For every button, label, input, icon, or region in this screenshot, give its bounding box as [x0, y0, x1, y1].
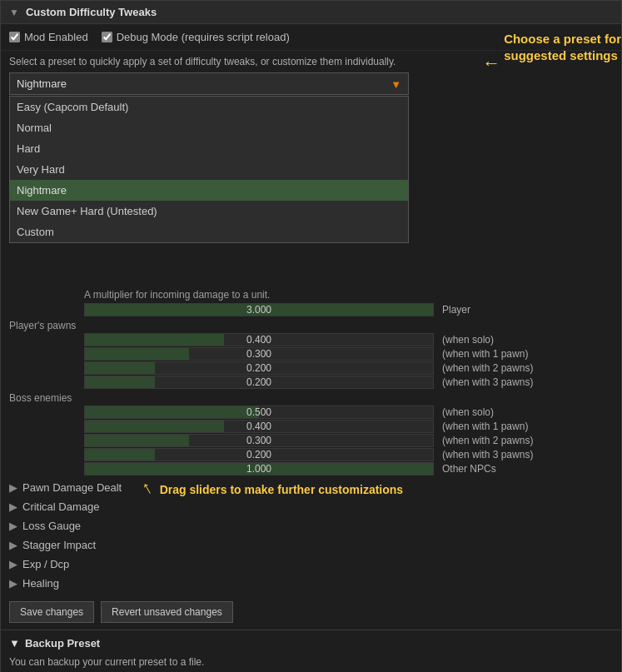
boss-solo-row: 0.500 (when solo): [9, 406, 613, 419]
subsection-loss-label: Loss Gauge: [22, 520, 81, 532]
preset-current-value: Nightmare: [17, 77, 67, 90]
other-npcs-value: 1.000: [246, 463, 271, 475]
preset-option-easy[interactable]: Easy (Capcom Default): [10, 97, 408, 117]
preset-option-custom[interactable]: Custom: [10, 222, 408, 242]
subsection-stagger-label: Stagger Impact: [22, 539, 96, 551]
boss-two-pawns-row: 0.300 (when with 2 pawns): [9, 434, 613, 447]
subsection-critical-damage[interactable]: ▶ Critical Damage: [9, 497, 613, 516]
subsection-stagger[interactable]: ▶ Stagger Impact: [9, 535, 613, 555]
preset-option-very-hard[interactable]: Very Hard: [10, 159, 408, 180]
debug-mode-checkbox[interactable]: Debug Mode (requires script reload): [102, 31, 290, 43]
subsection-stagger-arrow: ▶: [9, 539, 17, 551]
preset-description: Select a preset to quickly apply a set o…: [9, 56, 613, 67]
boss-solo-value: 0.500: [246, 406, 271, 418]
one-pawn-fill: [85, 348, 189, 360]
subsection-healing[interactable]: ▶ Healing: [9, 574, 613, 593]
subsections-area: ▶ Pawn Damage Dealt ▶ Critical Damage ▶ …: [1, 476, 621, 595]
two-pawns-label: (when with 2 pawns): [442, 362, 575, 374]
debug-mode-label: Debug Mode (requires script reload): [117, 31, 290, 43]
preset-row: Nightmare ▼ Easy (Capcom Default) Normal…: [9, 72, 613, 95]
subsection-pawn-damage-arrow: ▶: [9, 481, 17, 494]
subsection-pawn-damage[interactable]: ▶ Pawn Damage Dealt: [9, 478, 613, 497]
boss-three-pawns-label: (when with 3 pawns): [442, 449, 575, 460]
boss-one-pawn-slider[interactable]: 0.400: [84, 420, 434, 433]
boss-section-label: Boss enemies: [9, 390, 613, 405]
subsection-loss-arrow: ▶: [9, 520, 17, 532]
preset-option-ng-hard[interactable]: New Game+ Hard (Untested): [10, 201, 408, 222]
one-pawn-slider[interactable]: 0.300: [84, 347, 434, 361]
action-buttons: Save changes Revert unsaved changes: [1, 595, 621, 630]
panel-title: Custom Difficulty Tweaks: [26, 6, 157, 18]
subsection-loss-gauge[interactable]: ▶ Loss Gauge: [9, 516, 613, 535]
solo-value: 0.400: [246, 334, 271, 346]
subsection-exp-dcp[interactable]: ▶ Exp / Dcp: [9, 555, 613, 574]
boss-three-pawns-slider[interactable]: 0.200: [84, 448, 434, 461]
preset-dropdown-arrow: ▼: [391, 77, 401, 90]
one-pawn-value: 0.300: [246, 348, 271, 360]
panel-collapse-arrow[interactable]: ▼: [9, 7, 19, 18]
three-pawns-label: (when with 3 pawns): [442, 376, 575, 388]
boss-two-pawns-fill: [85, 435, 189, 446]
content-area: A multiplier for incoming damage to a un…: [1, 286, 621, 475]
backup-desc1: You can backup your current preset to a …: [9, 655, 613, 670]
two-pawns-row: 0.200 (when with 2 pawns): [9, 361, 613, 375]
solo-label: (when solo): [442, 334, 575, 346]
other-npcs-slider[interactable]: 1.000: [84, 462, 434, 475]
subsection-pawn-damage-label: Pawn Damage Dealt: [22, 481, 122, 494]
subsection-healing-label: Healing: [22, 577, 59, 590]
three-pawns-value: 0.200: [246, 376, 271, 388]
backup-section: ▼ Backup Preset You can backup your curr…: [1, 630, 621, 672]
preset-option-hard[interactable]: Hard: [10, 138, 408, 159]
subsection-exp-label: Exp / Dcp: [22, 558, 69, 570]
boss-solo-label: (when solo): [442, 406, 575, 418]
debug-mode-input[interactable]: [102, 32, 112, 42]
player-value: 3.000: [246, 304, 271, 316]
panel-header: ▼ Custom Difficulty Tweaks: [1, 1, 621, 24]
subsection-critical-arrow: ▶: [9, 500, 17, 513]
two-pawns-slider[interactable]: 0.200: [84, 361, 434, 375]
boss-two-pawns-slider[interactable]: 0.300: [84, 434, 434, 447]
one-pawn-label: (when with 1 pawn): [442, 348, 575, 360]
boss-one-pawn-fill: [85, 421, 224, 432]
preset-display[interactable]: Nightmare ▼: [9, 72, 409, 95]
two-pawns-value: 0.200: [246, 362, 271, 374]
boss-two-pawns-label: (when with 2 pawns): [442, 435, 575, 446]
backup-arrow-icon: ▼: [9, 637, 20, 650]
subsection-critical-label: Critical Damage: [22, 500, 99, 513]
main-panel: ▼ Custom Difficulty Tweaks Mod Enabled D…: [0, 0, 622, 672]
preset-option-nightmare[interactable]: Nightmare: [10, 180, 408, 201]
revert-button[interactable]: Revert unsaved changes: [101, 601, 233, 623]
damage-multiplier-desc: A multiplier for incoming damage to a un…: [9, 286, 613, 302]
backup-title: Backup Preset: [25, 637, 100, 650]
other-npcs-label: Other NPCs: [442, 463, 575, 475]
boss-one-pawn-row: 0.400 (when with 1 pawn): [9, 420, 613, 433]
boss-one-pawn-label: (when with 1 pawn): [442, 421, 575, 432]
solo-slider[interactable]: 0.400: [84, 333, 434, 346]
save-button[interactable]: Save changes: [9, 601, 94, 623]
player-label: Player: [442, 304, 575, 316]
preset-option-normal[interactable]: Normal: [10, 117, 408, 138]
boss-solo-fill: [85, 406, 259, 418]
two-pawns-fill: [85, 362, 155, 374]
subsection-exp-arrow: ▶: [9, 558, 17, 570]
boss-three-pawns-row: 0.200 (when with 3 pawns): [9, 448, 613, 461]
subsection-healing-arrow: ▶: [9, 577, 17, 590]
mod-enabled-input[interactable]: [9, 32, 20, 42]
boss-solo-slider[interactable]: 0.500: [84, 406, 434, 419]
preset-select-wrapper: Nightmare ▼ Easy (Capcom Default) Normal…: [9, 72, 409, 95]
boss-one-pawn-value: 0.400: [246, 421, 271, 432]
solo-fill: [85, 334, 224, 346]
boss-three-pawns-value: 0.200: [246, 449, 271, 460]
three-pawns-slider[interactable]: 0.200: [84, 376, 434, 389]
preset-dropdown[interactable]: Easy (Capcom Default) Normal Hard Very H…: [9, 96, 409, 243]
preset-section: Select a preset to quickly apply a set o…: [1, 51, 621, 95]
boss-two-pawns-value: 0.300: [246, 435, 271, 446]
mod-enabled-label: Mod Enabled: [24, 31, 88, 43]
player-row: 3.000 Player: [9, 303, 613, 316]
solo-row: 0.400 (when solo): [9, 333, 613, 346]
mod-enabled-checkbox[interactable]: Mod Enabled: [9, 31, 88, 43]
player-slider[interactable]: 3.000: [84, 303, 434, 316]
three-pawns-row: 0.200 (when with 3 pawns): [9, 376, 613, 389]
boss-three-pawns-fill: [85, 449, 155, 460]
three-pawns-fill: [85, 376, 155, 388]
